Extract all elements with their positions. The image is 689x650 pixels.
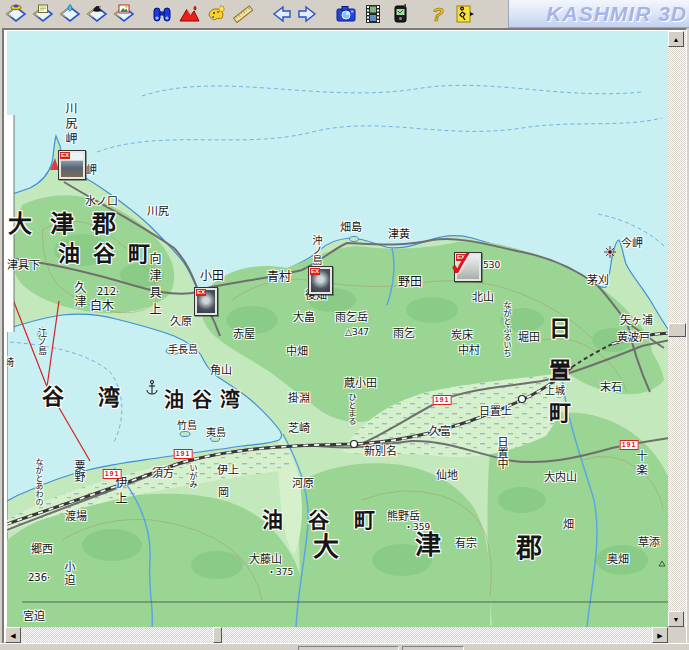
- toolbar-separator: [256, 2, 267, 26]
- vertical-scroll-thumb[interactable]: [668, 323, 686, 337]
- toolbar-separator: [321, 2, 332, 26]
- palette-button[interactable]: [202, 1, 229, 27]
- back-button[interactable]: [267, 1, 294, 27]
- forward-button[interactable]: [294, 1, 321, 27]
- scroll-down-button[interactable]: ▼: [668, 611, 684, 627]
- exif-badge: EX: [60, 152, 70, 159]
- open-map-button[interactable]: [2, 1, 29, 27]
- terrain-3d-button[interactable]: [175, 1, 202, 27]
- map-image-button[interactable]: [110, 1, 137, 27]
- ruler-icon: [232, 3, 254, 25]
- scrollbar-corner: [668, 627, 686, 643]
- gps-button[interactable]: [386, 1, 413, 27]
- help-icon: ?: [427, 3, 449, 25]
- measure-button[interactable]: [229, 1, 256, 27]
- vertical-scrollbar[interactable]: ▲ ▼: [668, 31, 686, 627]
- application-window: ? KASHMIR 3D: [0, 0, 689, 650]
- binoculars-icon: [151, 3, 173, 25]
- map-bird-icon: [86, 3, 108, 25]
- camera-icon: [335, 3, 357, 25]
- exif-badge: EX: [456, 254, 466, 261]
- map-list-button[interactable]: [29, 1, 56, 27]
- svg-text:?: ?: [432, 4, 444, 25]
- toolbar-separator: [413, 2, 424, 26]
- status-pane: [298, 646, 399, 650]
- horizontal-scroll-thumb[interactable]: [213, 627, 222, 643]
- arrow-left-icon: [270, 3, 292, 25]
- map-hat-icon: [5, 3, 27, 25]
- map-photo-icon: [113, 3, 135, 25]
- movie-button[interactable]: [359, 1, 386, 27]
- help-button[interactable]: ?: [424, 1, 451, 27]
- arrow-right-icon: [297, 3, 319, 25]
- horizontal-scrollbar[interactable]: ◀ ▶: [5, 627, 668, 643]
- app-logo-plate: KASHMIR 3D: [508, 0, 689, 28]
- film-icon: [362, 3, 384, 25]
- map-frame: 川尻岬岬水ノ口川尻大津郡津具下油谷町向津具上久津212·白木久原小田青村沖ノ島畑…: [2, 28, 687, 645]
- photo-marker[interactable]: EX: [308, 266, 333, 295]
- photo-marker[interactable]: EX✓: [454, 252, 482, 282]
- scroll-right-button[interactable]: ▶: [652, 627, 668, 643]
- snapshot-button[interactable]: [332, 1, 359, 27]
- map-paint-button[interactable]: [56, 1, 83, 27]
- toolbar-separator: [137, 2, 148, 26]
- search-button[interactable]: [148, 1, 175, 27]
- exit-button[interactable]: [451, 1, 478, 27]
- photo-marker[interactable]: EX: [58, 150, 86, 180]
- app-title: KASHMIR 3D: [546, 2, 687, 26]
- status-bar: [0, 643, 689, 650]
- map-viewport[interactable]: 川尻岬岬水ノ口川尻大津郡津具下油谷町向津具上久津212·白木久原小田青村沖ノ島畑…: [7, 31, 670, 627]
- mountain-3d-icon: [178, 3, 200, 25]
- paint-icon: [205, 3, 227, 25]
- station-hitomaru: [351, 441, 358, 448]
- exit-icon: [454, 3, 476, 25]
- station-heki: [519, 396, 526, 403]
- kashbird-button[interactable]: [83, 1, 110, 27]
- photo-marker[interactable]: EX: [194, 287, 218, 316]
- map-sheet-icon: [32, 3, 54, 25]
- scroll-up-button[interactable]: ▲: [668, 31, 684, 47]
- exif-badge: EX: [196, 289, 206, 296]
- scroll-left-button[interactable]: ◀: [5, 627, 21, 643]
- status-pane: [402, 646, 464, 650]
- map-canvas[interactable]: [7, 31, 670, 627]
- map-drop-icon: [59, 3, 81, 25]
- exif-badge: EX: [310, 268, 320, 275]
- gps-icon: [389, 3, 411, 25]
